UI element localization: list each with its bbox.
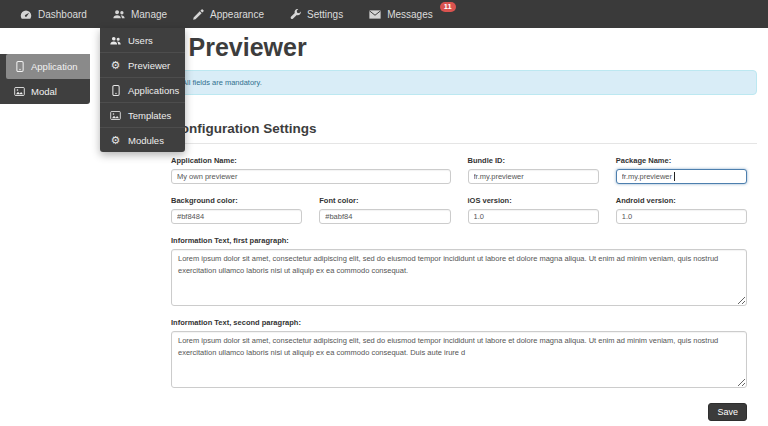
nav-item-label: Appearance — [210, 9, 264, 20]
page-title: ⚙ Previewer — [171, 34, 757, 60]
nav-item-messages[interactable]: Messages 11 — [356, 0, 469, 28]
info-text-2-label: Information Text, second paragraph: — [171, 319, 747, 327]
ios-version-group: iOS version: — [468, 197, 599, 224]
info-text-2-group: Information Text, second paragraph: Lore… — [171, 319, 747, 388]
menu-item-label: Applications — [128, 85, 179, 96]
menu-item-users[interactable]: Users — [100, 28, 185, 52]
menu-item-previewer[interactable]: ⚙ Previewer — [100, 52, 185, 77]
nav-item-label: Settings — [307, 9, 343, 20]
image-icon — [110, 111, 121, 120]
background-color-group: Background color: — [171, 197, 302, 224]
menu-item-label: Users — [128, 35, 153, 46]
manage-dropdown-menu: Users ⚙ Previewer Applications Templates… — [100, 28, 185, 152]
menu-item-templates[interactable]: Templates — [100, 102, 185, 127]
nav-item-label: Manage — [131, 9, 167, 20]
background-color-field[interactable] — [171, 209, 302, 224]
info-text-1-label: Information Text, first paragraph: — [171, 237, 747, 245]
nav-item-label: Dashboard — [38, 9, 87, 20]
ios-version-field[interactable] — [468, 209, 599, 224]
application-name-field[interactable] — [171, 169, 451, 184]
background-color-label: Background color: — [171, 197, 302, 205]
configuration-form: Application Name: Bundle ID: Package Nam… — [171, 157, 747, 421]
mobile-icon — [14, 61, 25, 72]
menu-item-applications[interactable]: Applications — [100, 77, 185, 102]
android-version-field[interactable] — [616, 209, 747, 224]
bundle-id-label: Bundle ID: — [468, 157, 599, 165]
page-title-text: Previewer — [189, 34, 307, 60]
mobile-icon — [110, 85, 121, 96]
messages-badge: 11 — [440, 2, 456, 12]
image-icon — [14, 87, 25, 96]
section-title: Configuration Settings — [171, 121, 757, 144]
tachometer-icon — [20, 9, 32, 20]
info-text-1-group: Information Text, first paragraph: Lorem… — [171, 237, 747, 306]
main-content: ⚙ Previewer All fields are mandatory. Co… — [171, 28, 757, 421]
menu-item-label: Templates — [128, 110, 171, 121]
menu-item-modules[interactable]: ⚙ Modules — [100, 127, 185, 152]
application-name-group: Application Name: — [171, 157, 451, 184]
nav-item-settings[interactable]: Settings — [277, 0, 356, 28]
gear-icon: ⚙ — [110, 135, 121, 146]
font-color-field[interactable] — [319, 209, 450, 224]
ios-version-label: iOS version: — [468, 197, 599, 205]
wrench-icon — [290, 9, 301, 20]
android-version-group: Android version: — [616, 197, 747, 224]
sidebar: Application Modal — [0, 54, 90, 104]
users-icon — [113, 9, 125, 19]
sidebar-item-application[interactable]: Application — [6, 54, 90, 79]
sidebar-item-modal[interactable]: Modal — [0, 79, 90, 104]
gear-icon: ⚙ — [110, 60, 121, 71]
package-name-label: Package Name: — [616, 157, 747, 165]
bundle-id-field[interactable] — [468, 169, 599, 184]
nav-item-label: Messages — [387, 9, 433, 20]
users-icon — [110, 36, 121, 45]
package-name-group: Package Name: — [616, 157, 747, 184]
package-name-field[interactable] — [616, 169, 747, 184]
sidebar-item-label: Application — [31, 61, 77, 72]
nav-item-dashboard[interactable]: Dashboard — [7, 0, 100, 28]
info-text-1-field[interactable]: Lorem ipsum dolor sit amet, consectetur … — [171, 249, 747, 306]
android-version-label: Android version: — [616, 197, 747, 205]
top-navbar: Dashboard Manage Appearance Settings Mes… — [0, 0, 768, 28]
sidebar-item-label: Modal — [31, 86, 57, 97]
save-button[interactable]: Save — [708, 403, 747, 421]
info-alert: All fields are mandatory. — [171, 70, 757, 95]
nav-item-appearance[interactable]: Appearance — [180, 0, 277, 28]
menu-item-label: Previewer — [128, 60, 170, 71]
text-cursor — [674, 172, 675, 181]
font-color-label: Font color: — [319, 197, 450, 205]
font-color-group: Font color: — [319, 197, 450, 224]
pencil-icon — [193, 9, 204, 20]
nav-item-manage[interactable]: Manage — [100, 0, 180, 28]
envelope-icon — [369, 10, 381, 19]
menu-item-label: Modules — [128, 135, 164, 146]
bundle-id-group: Bundle ID: — [468, 157, 599, 184]
info-text-2-field[interactable]: Lorem ipsum dolor sit amet, consectetur … — [171, 331, 747, 388]
application-name-label: Application Name: — [171, 157, 451, 165]
